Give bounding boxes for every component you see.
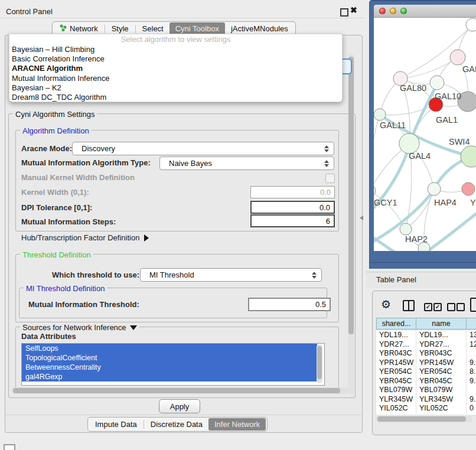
minimize-traffic-light-icon[interactable] <box>390 8 396 14</box>
network-node-gal4[interactable] <box>399 133 419 154</box>
dpi-tolerance-input[interactable]: 0.0 <box>250 201 335 214</box>
table-row[interactable]: YIL052CYIL052C0 <box>376 404 476 413</box>
network-node[interactable] <box>466 18 476 31</box>
manual-kernel-label: Manual Kernel Width Definition <box>21 173 135 182</box>
network-node-gal10[interactable] <box>430 76 444 90</box>
apply-button[interactable]: Apply <box>159 399 200 413</box>
table-cell: YBR043C <box>416 349 467 358</box>
attribute-list-item[interactable]: gal4RGexp <box>22 372 317 381</box>
table-row[interactable]: YDL19...YDL19...13 <box>376 331 476 340</box>
table-row[interactable]: YBL079WYBL079W <box>376 386 476 395</box>
hscrollbar-thumb[interactable] <box>13 388 340 393</box>
network-node-gal[interactable] <box>450 50 465 65</box>
mi-type-label: Mutual Information Algorithm Type: <box>21 158 151 167</box>
mi-steps-input[interactable]: 6 <box>250 214 335 227</box>
tab-label: Impute Data <box>95 420 137 429</box>
dropdown-items: Bayesian – Hill ClimbingBasic Correlatio… <box>9 45 342 102</box>
tool-panel-icon[interactable] <box>4 444 15 450</box>
table-hscrollbar-thumb[interactable] <box>377 416 466 422</box>
dropdown-item[interactable]: Basic Correlation Inference <box>9 54 342 64</box>
split-view-icon[interactable] <box>403 300 415 311</box>
dropdown-item[interactable]: ARACNE Algorithm <box>9 64 342 73</box>
deselect-all-checkbox-icon[interactable] <box>457 303 465 311</box>
attribute-list-item[interactable]: TopologicalCoefficient <box>22 353 317 363</box>
select-all-checkbox-icon[interactable]: ✓ <box>433 303 442 311</box>
attribute-list-item[interactable]: BetweennessCentrality <box>22 363 317 372</box>
table-row[interactable]: YER054CYER054C8. <box>376 367 476 377</box>
gear-icon[interactable]: ⚙ <box>381 298 391 311</box>
network-node-gcy1[interactable] <box>374 185 376 197</box>
aracne-mode-value: Discovery <box>81 144 115 153</box>
split-pane-collapse-arrow[interactable] <box>360 216 363 220</box>
table-cell: 13 <box>467 331 476 340</box>
network-window-titlebar[interactable] <box>374 5 476 18</box>
network-node-label: HAP2 <box>405 234 428 244</box>
aracne-mode-combo[interactable]: Discovery <box>72 142 334 155</box>
tab-jactivemnodules[interactable]: jActiveMNodules <box>225 22 294 35</box>
table-horizontal-scrollbar[interactable] <box>376 416 472 422</box>
mi-threshold-input[interactable]: 0.5 <box>248 298 331 311</box>
dpi-tolerance-value: 0.0 <box>319 203 330 212</box>
tab-select[interactable]: Select <box>136 22 169 35</box>
tab-discretize-data[interactable]: Discretize Data <box>145 418 208 431</box>
hub-definition-expander[interactable]: Hub/Transcription Factor Definition <box>21 233 149 242</box>
table-cell <box>467 349 476 358</box>
table-cell: YBR043C <box>376 349 416 358</box>
table-column-header[interactable]: name <box>416 318 467 330</box>
table-cell <box>467 386 476 395</box>
select-all-checkbox-icon[interactable]: ✓ <box>424 303 432 311</box>
network-node-swi4[interactable] <box>461 146 476 167</box>
tab-separator <box>144 420 144 429</box>
dropdown-item[interactable]: Mutual Information Inference <box>9 74 342 83</box>
attributes-scrollbar-thumb[interactable] <box>317 346 322 379</box>
close-icon[interactable]: ✖ <box>350 5 357 15</box>
table-cell: YBR045C <box>416 377 467 386</box>
network-node-hap2[interactable] <box>400 223 412 235</box>
table-cell: 8. <box>467 367 476 377</box>
which-threshold-label: Which threshold to use: <box>52 270 139 279</box>
close-traffic-light-icon[interactable] <box>379 8 386 14</box>
mi-threshold-value: 0.5 <box>315 300 326 309</box>
dpi-tolerance-label: DPI Tolerance [0,1]: <box>21 203 92 212</box>
dropdown-item[interactable]: Bayesian – Hill Climbing <box>9 45 342 54</box>
table-row[interactable]: YPR145WYPR145W9. <box>376 358 476 368</box>
network-canvas[interactable]: GALGAL80GAL10GAL1GAL11SWI4GAL4HAP4YGCY1H… <box>374 18 476 251</box>
network-node-hap4[interactable] <box>428 182 441 195</box>
network-node-y[interactable] <box>462 182 475 195</box>
deselect-all-checkbox-icon[interactable] <box>447 303 455 311</box>
sources-expander[interactable]: Sources for Network Inference <box>20 323 139 332</box>
network-node-gal11[interactable] <box>374 109 386 120</box>
tab-label: Discretize Data <box>151 420 203 429</box>
table-cell: 0 <box>467 404 476 413</box>
table-row[interactable]: YBR045CYBR045C9. <box>376 377 476 386</box>
dropdown-item[interactable]: Dream8 DC_TDC Algorithm <box>9 93 342 102</box>
zoom-traffic-light-icon[interactable] <box>400 8 407 14</box>
attribute-list-item[interactable]: SelfLoops <box>22 344 317 353</box>
kernel-width-label: Kernel Width (0,1): <box>21 188 89 197</box>
control-panel-title: Control Panel <box>6 7 53 16</box>
attributes-scrollbar[interactable] <box>317 344 322 383</box>
table-row[interactable]: YBR043CYBR043C <box>376 349 476 358</box>
new-table-icon[interactable] <box>470 298 476 312</box>
settings-horizontal-scrollbar[interactable] <box>12 387 348 394</box>
table-column-header[interactable]: shared... <box>376 318 416 330</box>
which-threshold-combo[interactable]: MI Threshold <box>140 268 322 282</box>
tab-cyni-toolbox[interactable]: Cyni Toolbox <box>169 22 225 35</box>
float-window-icon[interactable] <box>340 8 348 17</box>
tab-style[interactable]: Style <box>106 22 135 35</box>
table-cell: YBL079W <box>416 386 467 395</box>
manual-kernel-checkbox[interactable] <box>325 174 335 183</box>
kernel-width-input[interactable]: 0.0 <box>250 186 335 198</box>
mi-type-combo[interactable]: Naive Bayes <box>159 156 334 170</box>
table-column-header[interactable]: A <box>467 318 476 330</box>
data-attributes-list[interactable]: SelfLoopsTopologicalCoefficientBetweenne… <box>21 343 325 386</box>
tab-infer-network[interactable]: Infer Network <box>208 418 266 431</box>
table-header: shared...nameA <box>376 318 476 330</box>
table-row[interactable]: YLR345WYLR345W9. <box>376 395 476 405</box>
tab-impute-data[interactable]: Impute Data <box>89 418 143 431</box>
dropdown-item[interactable]: Bayesian – K2 <box>9 83 342 93</box>
dropdown-placeholder: Select algorithm to view settings <box>9 34 342 45</box>
tab-network[interactable]: Network <box>54 22 104 35</box>
network-edge[interactable] <box>400 57 458 79</box>
table-row[interactable]: YDR27...YDR27...12 <box>376 340 476 350</box>
